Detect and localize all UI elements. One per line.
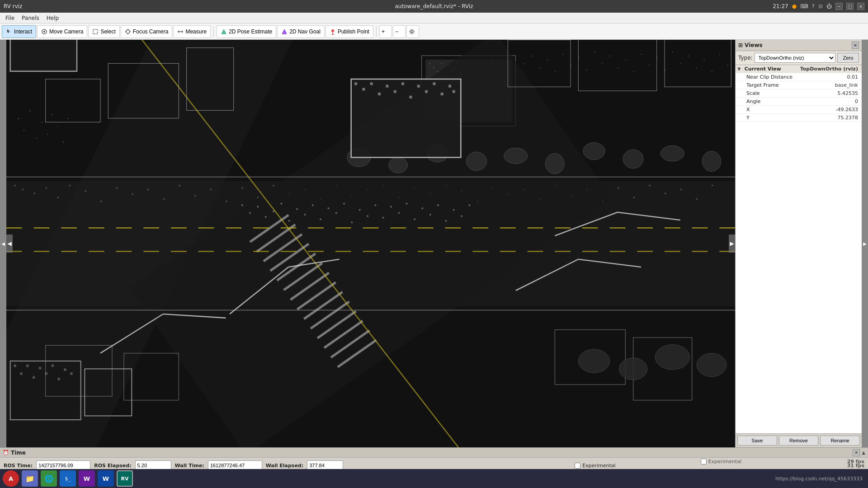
views-remove-btn[interactable]: Remove <box>779 436 819 446</box>
svg-rect-244 <box>410 96 411 98</box>
svg-rect-151 <box>437 204 439 206</box>
svg-rect-43 <box>34 192 35 194</box>
svg-rect-111 <box>47 134 48 135</box>
wall-elapsed-label: Wall Elapsed: <box>266 463 303 469</box>
viewport-left-toggle[interactable]: ◀ <box>6 235 13 253</box>
3d-viewport[interactable]: ◀ ▶ <box>6 40 735 447</box>
experimental-checkbox[interactable] <box>575 463 580 469</box>
interact-button[interactable]: Interact <box>2 25 36 38</box>
svg-rect-59 <box>273 185 274 186</box>
taskbar-browser-app[interactable]: 🌐 <box>41 470 57 487</box>
titlebar-right: 21:27 ● ⌨ ? ⊙ ⏻ ─ □ ✕ <box>773 3 864 10</box>
viewport-right-toggle[interactable]: ▶ <box>729 235 735 253</box>
svg-marker-12 <box>282 29 287 34</box>
toolbar-plus-btn[interactable]: + <box>379 25 392 38</box>
move-camera-icon <box>41 28 47 35</box>
svg-rect-134 <box>304 214 306 215</box>
svg-rect-142 <box>367 216 368 217</box>
titlebar-keyboard-icon: ⌨ <box>800 3 808 9</box>
svg-rect-46 <box>69 185 71 186</box>
svg-point-14 <box>410 30 413 33</box>
svg-rect-145 <box>390 206 392 207</box>
svg-rect-140 <box>351 221 353 223</box>
svg-rect-249 <box>449 85 450 87</box>
toolbar-settings-btn[interactable] <box>406 25 419 38</box>
svg-rect-194 <box>633 71 634 72</box>
move-camera-button[interactable]: Move Camera <box>37 25 87 38</box>
svg-rect-107 <box>24 130 24 131</box>
views-rename-btn[interactable]: Rename <box>820 436 860 446</box>
titlebar-close-btn[interactable]: ✕ <box>857 3 864 10</box>
svg-point-176 <box>578 349 609 373</box>
svg-rect-154 <box>461 216 462 217</box>
tree-label-scale: Scale <box>745 90 838 96</box>
measure-button[interactable]: Measure <box>173 25 211 38</box>
svg-point-3 <box>126 30 130 33</box>
titlebar-left: RV rviz <box>4 3 22 9</box>
tree-value-scale: 5.42535 <box>838 90 860 96</box>
ros-elapsed-label: ROS Elapsed: <box>94 463 131 469</box>
publish-point-button[interactable]: Publish Point <box>326 25 373 38</box>
svg-rect-57 <box>241 187 243 188</box>
svg-point-170 <box>504 148 528 164</box>
taskbar-autoware-app[interactable]: A <box>3 470 19 487</box>
right-edge-toggle[interactable]: ▶ <box>862 40 868 447</box>
wall-time-label: Wall Time: <box>175 463 204 469</box>
svg-rect-231 <box>46 373 47 374</box>
svg-rect-21 <box>434 67 434 68</box>
svg-rect-181 <box>531 56 532 56</box>
toolbar-minus-btn[interactable]: − <box>393 25 406 38</box>
svg-rect-52 <box>163 198 165 199</box>
menu-file[interactable]: File <box>2 14 18 22</box>
svg-rect-247 <box>434 83 435 84</box>
experimental-right-checkbox[interactable] <box>701 459 707 465</box>
taskbar-rviz-app[interactable]: RV <box>117 470 133 487</box>
svg-rect-235 <box>71 373 72 374</box>
left-panel-toggle[interactable]: ◀ <box>0 40 6 447</box>
svg-rect-243 <box>402 83 403 84</box>
svg-rect-56 <box>226 201 227 202</box>
views-save-btn[interactable]: Save <box>737 436 777 446</box>
focus-camera-button[interactable]: Focus Camera <box>121 25 173 38</box>
tree-current-view-label: Current View <box>743 66 800 72</box>
views-panel-title: Views <box>745 42 763 48</box>
svg-rect-131 <box>281 203 282 204</box>
menu-help[interactable]: Help <box>43 14 62 22</box>
svg-rect-234 <box>64 369 66 370</box>
taskbar-terminal-app[interactable]: $_ <box>60 470 76 487</box>
svg-point-175 <box>702 151 721 171</box>
taskbar-files-app[interactable]: 📁 <box>22 470 38 487</box>
pose-estimate-icon <box>221 28 227 35</box>
select-button[interactable]: Select <box>88 25 119 38</box>
svg-rect-149 <box>422 207 423 209</box>
svg-rect-148 <box>414 219 415 220</box>
titlebar-minimize-btn[interactable]: ─ <box>835 3 843 10</box>
svg-rect-129 <box>265 216 266 217</box>
svg-rect-136 <box>320 219 321 220</box>
svg-rect-198 <box>665 70 665 70</box>
2d-pose-estimate-button[interactable]: 2D Pose Estimate <box>217 25 276 38</box>
svg-rect-23 <box>441 63 442 64</box>
time-panel-header: ⏰ Time ✕ ▲ <box>0 448 868 458</box>
views-buttons: Save Remove Rename <box>736 433 862 447</box>
svg-point-13 <box>331 29 334 32</box>
svg-rect-152 <box>445 220 447 221</box>
titlebar-maximize-btn[interactable]: □ <box>846 3 854 10</box>
svg-point-172 <box>583 142 605 160</box>
views-type-select[interactable]: TopDownOrtho (rviz) Orbit (rviz) XYOrbit… <box>755 53 835 63</box>
taskbar-rosgraph-app[interactable]: W <box>79 470 95 487</box>
titlebar-power-icon: ⏻ <box>826 3 832 9</box>
menu-panels[interactable]: Panels <box>18 14 43 22</box>
svg-rect-108 <box>30 110 31 111</box>
svg-rect-85 <box>680 189 682 190</box>
svg-rect-180 <box>524 63 524 64</box>
svg-rect-155 <box>469 204 470 206</box>
views-panel-close-btn[interactable]: ✕ <box>852 42 859 49</box>
svg-point-167 <box>389 157 408 173</box>
titlebar-app-name: RV rviz <box>4 3 22 9</box>
views-zero-btn[interactable]: Zero <box>837 53 859 63</box>
tree-value-x: -49.2633 <box>836 107 860 113</box>
2d-nav-goal-button[interactable]: 2D Nav Goal <box>277 25 325 38</box>
time-panel-close-btn[interactable]: ✕ <box>853 449 860 456</box>
taskbar-word-app[interactable]: W <box>98 470 114 487</box>
